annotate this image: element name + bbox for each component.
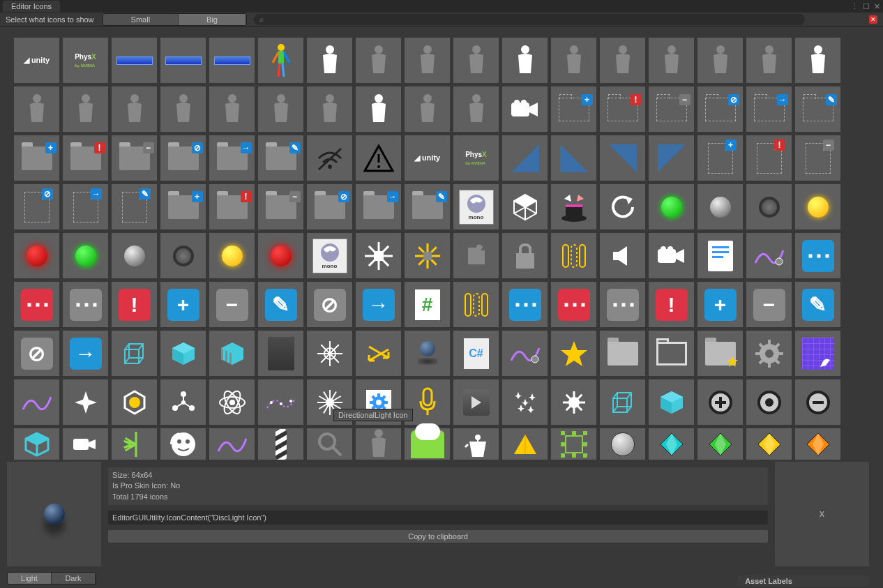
columns-yellow-2-icon[interactable] (453, 282, 499, 327)
grid-paint-blue-icon[interactable] (795, 331, 840, 376)
leg-2-icon[interactable] (63, 86, 108, 132)
warning-triangle-icon[interactable] (356, 135, 401, 181)
bodypart-3-icon[interactable] (649, 38, 694, 83)
minus-gray-2-icon[interactable]: − (746, 282, 792, 327)
yellow-yarn-icon[interactable] (795, 184, 840, 229)
sparkle-4-icon[interactable] (63, 379, 108, 425)
mono-logo-icon[interactable]: mono (453, 184, 499, 229)
green-yarn-icon[interactable] (649, 184, 694, 229)
barber-icon[interactable] (258, 428, 303, 460)
bluebar-icon[interactable] (209, 38, 255, 83)
noentry-gray-2-icon[interactable]: ⊘ (14, 331, 59, 376)
hand-outline-2-icon[interactable] (307, 86, 352, 132)
code-snippet[interactable]: EditorGUIUtility.IconContent("DiscLight … (108, 511, 768, 525)
sun-rays-icon[interactable] (307, 331, 352, 376)
window-close-icon[interactable]: ✕ (874, 2, 880, 11)
avatar-outline-icon[interactable] (356, 38, 401, 83)
sun-outline-icon[interactable] (356, 233, 401, 278)
camera-sm-icon[interactable] (63, 428, 108, 460)
physx-icon[interactable]: PhysXby NVIDIA (63, 38, 108, 83)
more-gray-icon[interactable]: ⋯ (63, 282, 108, 327)
kettle-icon[interactable] (453, 428, 499, 460)
pencil-blue-2-icon[interactable]: ✎ (795, 282, 840, 327)
hex-yellow-icon[interactable] (112, 379, 157, 425)
star-yellow-icon[interactable] (551, 331, 596, 376)
folder-dashed-minus-gray-icon[interactable]: − (649, 86, 694, 132)
folder-fill-icon[interactable] (600, 331, 645, 376)
sphere-metal-2-icon[interactable] (112, 233, 157, 278)
gear-blue-icon[interactable] (356, 379, 401, 425)
cloud-green-icon[interactable] (405, 428, 450, 460)
hand-white-icon[interactable] (795, 38, 840, 83)
tab-editor-icons[interactable]: Editor Icons (3, 1, 60, 12)
leg-3-icon[interactable] (112, 86, 157, 132)
window-menu-icon[interactable]: ⋮ (851, 2, 859, 11)
copy-to-clipboard-button[interactable]: Copy to clipboard (108, 530, 768, 543)
play-button-icon[interactable] (453, 379, 499, 425)
folder-outline-thick-icon[interactable] (649, 331, 694, 376)
more-blue-icon[interactable]: ⋯ (795, 233, 840, 278)
camera-white-icon[interactable] (502, 86, 548, 132)
cube-hollow-icon[interactable] (14, 428, 59, 460)
torso-icon[interactable] (405, 86, 450, 132)
diamond-yellow-icon[interactable] (746, 428, 792, 460)
unity-icon[interactable]: ◢ unity (14, 38, 59, 83)
wave-purple-3-icon[interactable] (209, 428, 255, 460)
folder-plus-blue-2-icon[interactable]: + (160, 184, 206, 229)
puzzle-icon[interactable] (453, 233, 499, 278)
head-white-icon[interactable] (502, 38, 548, 83)
doc-dashed-plus-blue-icon[interactable]: + (697, 135, 743, 181)
hand-white-2-icon[interactable] (356, 86, 401, 132)
wave-purple-2-icon[interactable] (14, 379, 59, 425)
size-small-button[interactable]: Small (103, 14, 179, 25)
sphere-metal-icon[interactable] (697, 184, 743, 229)
folder-pencil-blue-icon[interactable]: ✎ (258, 135, 303, 181)
exclaim-red-2-icon[interactable]: ! (649, 282, 694, 327)
burst-green-icon[interactable] (112, 428, 157, 460)
bodypart-4-icon[interactable] (697, 38, 743, 83)
mic-yellow-icon[interactable] (405, 379, 450, 425)
diamond-orange-icon[interactable] (795, 428, 840, 460)
bluebar-icon[interactable] (112, 38, 157, 83)
folder-dashed-noentry-blue-icon[interactable]: ⊘ (697, 86, 743, 132)
bluebar-icon[interactable] (160, 38, 206, 83)
cube-solid-blue-2-icon[interactable] (649, 379, 694, 425)
tri-br-blue-icon[interactable] (502, 135, 548, 181)
bodypart-1-icon[interactable] (551, 38, 596, 83)
gear-icon[interactable] (746, 331, 792, 376)
plus-blue-icon[interactable]: + (160, 282, 206, 327)
light-bulb-icon[interactable] (551, 379, 596, 425)
folder-star-icon[interactable] (697, 331, 743, 376)
doc-dashed-minus-gray-icon[interactable]: − (795, 135, 840, 181)
folder-noentry-blue-icon[interactable]: ⊘ (160, 135, 206, 181)
diamond-teal-icon[interactable] (649, 428, 694, 460)
doc-dashed-arrow-blue-icon[interactable]: → (63, 184, 108, 229)
torso-2-icon[interactable] (453, 86, 499, 132)
resize-handles-icon[interactable] (551, 428, 596, 460)
more-red-2-icon[interactable]: ⋯ (551, 282, 596, 327)
theme-dark-button[interactable]: Dark (52, 573, 96, 584)
tri-tl-blue-icon[interactable] (649, 135, 694, 181)
minus-gray-icon[interactable]: − (209, 282, 255, 327)
face-circle-icon[interactable] (160, 428, 206, 460)
avatar-color-icon[interactable] (258, 38, 303, 83)
more-red-icon[interactable]: ⋯ (14, 282, 59, 327)
doc-dashed-exclaim-red-icon[interactable]: ! (746, 135, 792, 181)
bodypart-2-icon[interactable] (600, 38, 645, 83)
yellow-glow-icon[interactable] (209, 233, 255, 278)
folder-plus-blue-icon[interactable]: + (14, 135, 59, 181)
cube-wire-blue-2-icon[interactable] (600, 379, 645, 425)
arrow-blue-2-icon[interactable]: → (63, 331, 108, 376)
more-gray-2-icon[interactable]: ⋯ (600, 282, 645, 327)
more-blue-2-icon[interactable]: ⋯ (502, 282, 548, 327)
slab-dark-icon[interactable] (258, 331, 303, 376)
doc-dashed-noentry-blue-icon[interactable]: ⊘ (14, 184, 59, 229)
folder-dashed-plus-blue-icon[interactable]: + (551, 86, 596, 132)
folder-dashed-exclaim-red-icon[interactable]: ! (600, 86, 645, 132)
leg-1-icon[interactable] (14, 86, 59, 132)
sun-yellow-icon[interactable] (405, 233, 450, 278)
doc-dashed-pencil-blue-icon[interactable]: ✎ (112, 184, 157, 229)
noentry-gray-icon[interactable]: ⊘ (307, 282, 352, 327)
lock-icon[interactable] (502, 233, 548, 278)
red-glow-2-icon[interactable] (258, 233, 303, 278)
